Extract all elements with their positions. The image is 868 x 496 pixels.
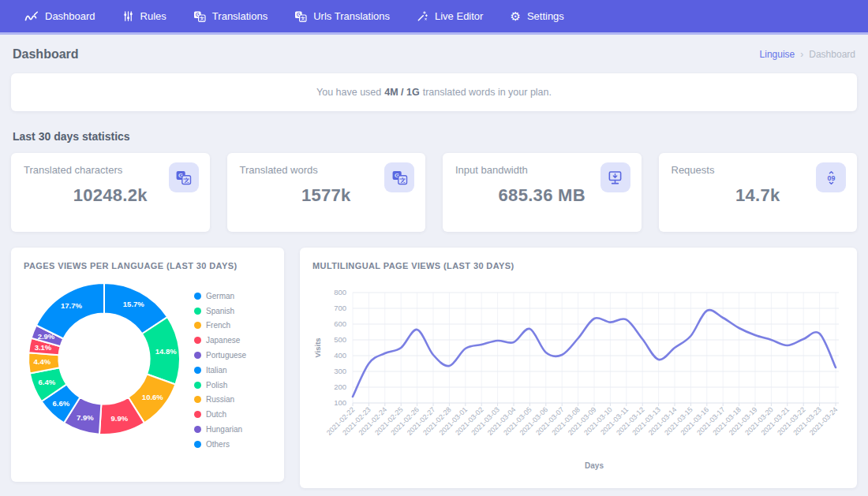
gear-icon: ⚙	[510, 10, 520, 22]
breadcrumb-separator-icon: ›	[800, 49, 803, 60]
charts-row: PAGES VIEWS PER LANGUAGE (LAST 30 DAYS) …	[11, 248, 857, 488]
donut-chart-card: PAGES VIEWS PER LANGUAGE (LAST 30 DAYS) …	[11, 248, 284, 482]
nav-item-settings[interactable]: ⚙ Settings	[496, 0, 577, 32]
legend-dot	[194, 352, 201, 359]
nav-item-label: Settings	[527, 10, 564, 22]
legend-label: Others	[206, 440, 230, 449]
svg-text:09: 09	[827, 174, 835, 182]
y-axis-tick-label: 800	[334, 288, 346, 296]
donut-slice-label: 10.6%	[142, 393, 163, 401]
page-header: Dashboard Linguise › Dashboard	[11, 32, 857, 73]
donut-slice-label: 9.9%	[111, 414, 129, 423]
y-axis-tick-label: 200	[334, 382, 346, 391]
line-chart-title: MULTILINGUAL PAGE VIEWS (LAST 30 DAYS)	[300, 248, 857, 272]
legend-label: Japanese	[206, 336, 240, 345]
legend-item-others[interactable]: Others	[194, 437, 246, 452]
legend-label: German	[206, 292, 234, 300]
nav-item-label: Rules	[140, 10, 166, 22]
legend-dot	[194, 411, 201, 418]
page-title: Dashboard	[13, 47, 79, 62]
legend-item-japanese[interactable]: Japanese	[194, 333, 246, 348]
nav-item-live-editor[interactable]: Live Editor	[403, 0, 496, 32]
donut-slice-label: 6.6%	[53, 399, 70, 408]
stats-section-heading: Last 30 days statistics	[13, 130, 855, 143]
nav-item-urls-translations[interactable]: G Urls Translations	[281, 0, 403, 32]
breadcrumb: Linguise › Dashboard	[760, 49, 855, 60]
stat-card-input-bandwidth: Input bandwidth 685.36 MB	[443, 153, 642, 232]
legend-dot	[194, 441, 201, 448]
nav-item-translations[interactable]: G Translations	[180, 0, 281, 32]
donut-slice-others[interactable]	[36, 283, 104, 338]
line-chart-card: MULTILINGUAL PAGE VIEWS (LAST 30 DAYS) 1…	[300, 248, 857, 488]
legend-item-portuguese[interactable]: Portuguese	[194, 348, 246, 363]
y-axis-title: Visits	[313, 338, 322, 357]
stat-card-requests: Requests 09 14.7k	[659, 153, 858, 232]
nav-item-label: Dashboard	[45, 10, 95, 22]
notice-usage-value: 4M / 1G	[384, 87, 419, 98]
legend-dot	[194, 337, 201, 344]
stats-row: Translated characters G 10248.2k Transla…	[11, 153, 857, 232]
legend-label: Portuguese	[206, 351, 246, 360]
legend-dot	[194, 322, 201, 329]
stat-card-translated-characters: Translated characters G 10248.2k	[11, 153, 210, 232]
translate-icon: G	[193, 10, 206, 23]
y-axis-tick-label: 500	[334, 335, 346, 344]
y-axis-tick-label: 100	[334, 398, 346, 407]
donut-slice-label: 14.8%	[155, 347, 177, 356]
translate-icon: G	[169, 162, 199, 192]
donut-chart: 15.7%14.8%10.6%9.9%7.9%6.6%6.4%4.4%3.1%2…	[21, 278, 188, 439]
brand-logo-icon	[24, 10, 39, 22]
legend-dot	[194, 382, 201, 389]
legend-item-dutch[interactable]: Dutch	[194, 407, 246, 422]
donut-chart-area: 15.7%14.8%10.6%9.9%7.9%6.6%6.4%4.4%3.1%2…	[11, 272, 284, 452]
notice-text-prefix: You have used	[316, 87, 381, 98]
y-axis-tick-label: 700	[334, 304, 346, 312]
legend-label: French	[206, 321, 230, 330]
plan-usage-notice: You have used 4M / 1G translated words i…	[11, 73, 857, 111]
legend-label: Italian	[206, 366, 227, 375]
sliders-icon	[122, 10, 134, 22]
nav-item-rules[interactable]: Rules	[109, 0, 180, 32]
legend-label: Spanish	[206, 307, 234, 315]
bandwidth-icon	[600, 162, 630, 192]
legend-dot	[194, 367, 201, 374]
donut-slice-label: 7.9%	[77, 413, 94, 422]
breadcrumb-current: Dashboard	[809, 49, 855, 60]
donut-legend: GermanSpanishFrenchJapanesePortugueseIta…	[188, 278, 246, 452]
legend-item-german[interactable]: German	[194, 289, 246, 304]
legend-dot	[194, 308, 201, 315]
legend-item-russian[interactable]: Russian	[194, 393, 246, 408]
legend-item-spanish[interactable]: Spanish	[194, 304, 246, 319]
top-navbar: Dashboard Rules G Translations G	[0, 0, 868, 32]
nav-item-label: Live Editor	[435, 10, 483, 22]
legend-item-polish[interactable]: Polish	[194, 378, 246, 393]
y-axis-tick-label: 400	[334, 351, 346, 360]
legend-dot	[194, 426, 201, 433]
translate-icon: G	[384, 162, 414, 192]
legend-label: Hungarian	[206, 425, 242, 434]
legend-item-french[interactable]: French	[194, 319, 246, 334]
donut-slice-label: 3.1%	[35, 343, 52, 352]
legend-item-hungarian[interactable]: Hungarian	[194, 422, 246, 437]
nav-item-label: Urls Translations	[313, 10, 390, 22]
y-axis-tick-label: 300	[334, 367, 346, 375]
y-axis-tick-label: 600	[334, 319, 346, 328]
nav-item-label: Translations	[212, 10, 268, 22]
donut-chart-title: PAGES VIEWS PER LANGUAGE (LAST 30 DAYS)	[11, 248, 284, 272]
notice-text-suffix: translated words in your plan.	[423, 87, 552, 98]
donut-slice-label: 4.4%	[33, 357, 51, 366]
requests-icon: 09	[816, 162, 846, 192]
donut-slice-label: 6.4%	[38, 378, 55, 386]
legend-label: Russian	[206, 395, 234, 404]
legend-label: Dutch	[206, 410, 226, 419]
nav-item-dashboard[interactable]: Dashboard	[11, 0, 109, 32]
legend-item-italian[interactable]: Italian	[194, 363, 246, 378]
stat-card-translated-words: Translated words G 1577k	[227, 153, 426, 232]
x-axis-title: Days	[585, 461, 604, 470]
breadcrumb-link-linguise[interactable]: Linguise	[760, 49, 795, 60]
legend-dot	[194, 396, 201, 403]
wand-icon	[417, 10, 428, 22]
legend-dot	[194, 293, 201, 300]
donut-slice-label: 15.7%	[123, 300, 144, 308]
line-chart: 1002003004005006007008002021-02-222021-0…	[312, 274, 845, 474]
